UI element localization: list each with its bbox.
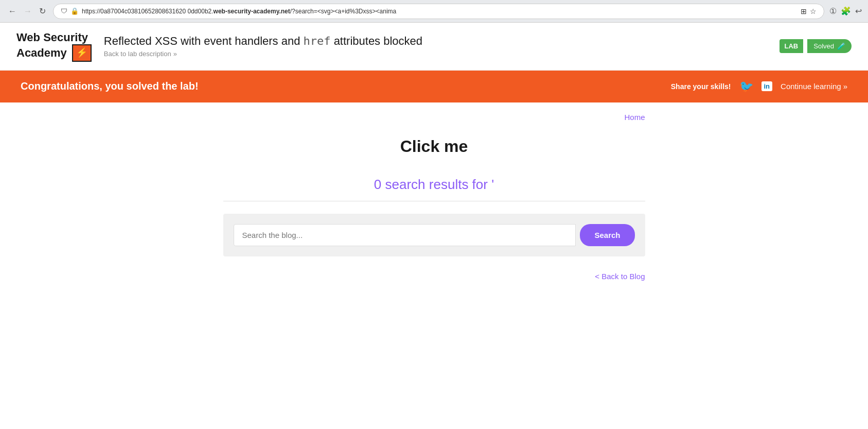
extension-icon-2[interactable]: 🧩 [841,6,851,16]
back-to-lab-link[interactable]: Back to lab description » [104,50,767,58]
title-code: href [304,35,331,47]
lock-icon: 🔒 [70,7,79,15]
shield-icon: 🛡 [61,7,67,15]
title-prefix: Reflected XSS with event handlers and [104,35,304,47]
extension-icon-1[interactable]: ① [829,6,837,16]
banner-right: Share your skills! 🐦 in Continue learnin… [671,80,847,93]
site-header: Web Security Academy ⚡ Reflected XSS wit… [0,23,868,71]
profile-icon[interactable]: ↩ [855,6,862,16]
logo-area[interactable]: Web Security Academy ⚡ [16,31,92,62]
share-label: Share your skills! [671,82,731,91]
logo-text-line1: Web Security Academy ⚡ [16,31,92,62]
search-button[interactable]: Search [580,224,634,246]
nav-buttons: ← → ↻ [6,5,48,17]
lab-badge: LAB [780,39,804,53]
url-suffix: /?search=<svg><a+id%3Dxss><anima [290,8,396,15]
reload-button[interactable]: ↻ [37,5,48,17]
header-title-area: Reflected XSS with event handlers and hr… [104,35,767,58]
congrats-banner: Congratulations, you solved the lab! Sha… [0,71,868,102]
click-me-heading[interactable]: Click me [223,137,645,156]
forward-button[interactable]: → [22,6,34,17]
url-display: https://0a87004c03810652808631620 0dd00b… [82,8,798,15]
lightning-icon: ⚡ [76,47,87,59]
logo-text-line2: Academy ⚡ [16,44,92,62]
home-link[interactable]: Home [223,113,645,122]
title-suffix: attributes blocked [331,35,423,47]
back-to-blog-link[interactable]: < Back to Blog [223,272,645,281]
twitter-icon[interactable]: 🐦 [739,80,753,93]
search-results-text: 0 search results for ' [223,177,645,193]
solved-badge: Solved 🧪 [807,39,852,53]
logo-icon-box: ⚡ [72,44,92,62]
browser-actions: ① 🧩 ↩ [829,6,862,16]
content-divider [223,201,645,201]
star-icon[interactable]: ☆ [810,7,817,15]
congrats-text: Congratulations, you solved the lab! [21,80,199,92]
back-button[interactable]: ← [6,6,19,17]
address-bar[interactable]: 🛡 🔒 https://0a87004c03810652808631620 0d… [53,4,824,19]
continue-learning-link[interactable]: Continue learning » [781,82,847,91]
lab-title: Reflected XSS with event handlers and hr… [104,35,767,48]
browser-chrome: ← → ↻ 🛡 🔒 https://0a87004c03810652808631… [0,0,868,23]
url-domain: web-security-academy.net [214,8,290,15]
continue-chevron-icon: » [843,82,847,91]
search-input[interactable] [234,224,576,246]
linkedin-icon[interactable]: in [761,81,773,91]
search-form: Search [223,214,645,256]
qr-icon: ⊞ [801,7,807,15]
url-prefix: https://0a87004c03810652808631620 0dd00b… [82,8,214,15]
lab-badge-area: LAB Solved 🧪 [780,39,852,53]
chevron-icon: » [173,50,177,58]
flask-icon: 🧪 [837,42,845,50]
main-content: Home Click me 0 search results for ' Sea… [203,102,666,291]
